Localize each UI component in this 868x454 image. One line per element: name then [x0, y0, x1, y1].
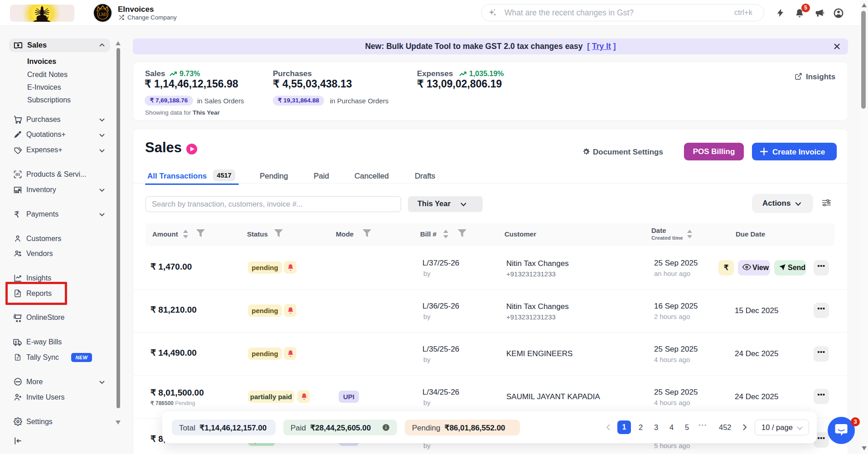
svg-text:LMJ: LMJ [99, 12, 107, 17]
